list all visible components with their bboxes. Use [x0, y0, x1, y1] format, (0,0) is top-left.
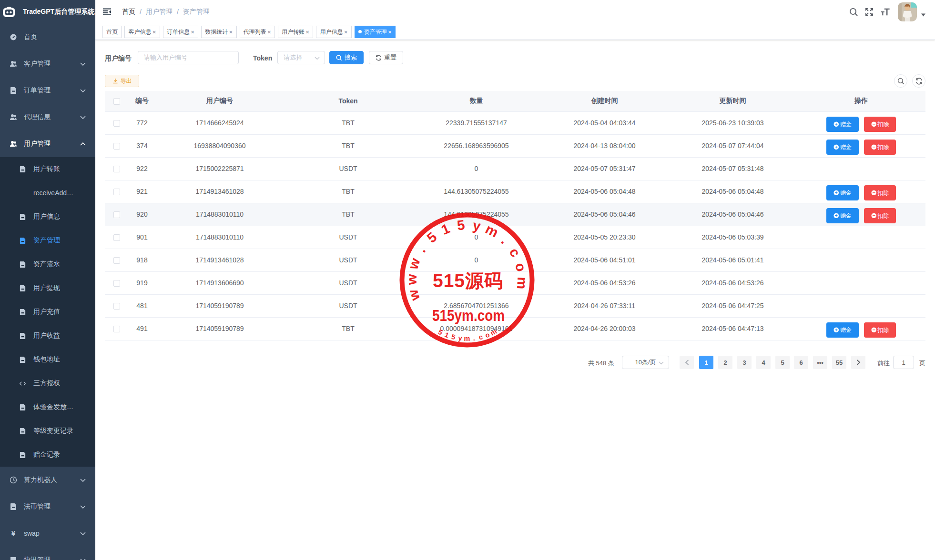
svg-text:515源码: 515源码 — [433, 270, 503, 291]
svg-text:.: . — [498, 233, 512, 247]
svg-text:1: 1 — [439, 220, 452, 238]
svg-text:m: m — [464, 335, 470, 342]
svg-text:m: m — [514, 277, 530, 290]
svg-text:5: 5 — [450, 333, 456, 341]
svg-text:.: . — [472, 334, 475, 342]
svg-text:y: y — [458, 334, 463, 342]
svg-text:.: . — [414, 243, 428, 255]
svg-text:5: 5 — [424, 229, 440, 246]
svg-text:w: w — [404, 274, 419, 285]
svg-text:515ym.com: 515ym.com — [432, 307, 505, 324]
svg-text:w: w — [405, 256, 423, 271]
svg-text:c: c — [507, 245, 524, 260]
svg-text:y: y — [472, 218, 482, 234]
svg-text:5: 5 — [437, 328, 444, 337]
svg-text:w: w — [405, 288, 423, 303]
svg-text:c: c — [478, 333, 484, 341]
svg-text:1: 1 — [444, 331, 450, 340]
svg-text:5: 5 — [456, 217, 466, 233]
svg-text:o: o — [512, 261, 529, 273]
